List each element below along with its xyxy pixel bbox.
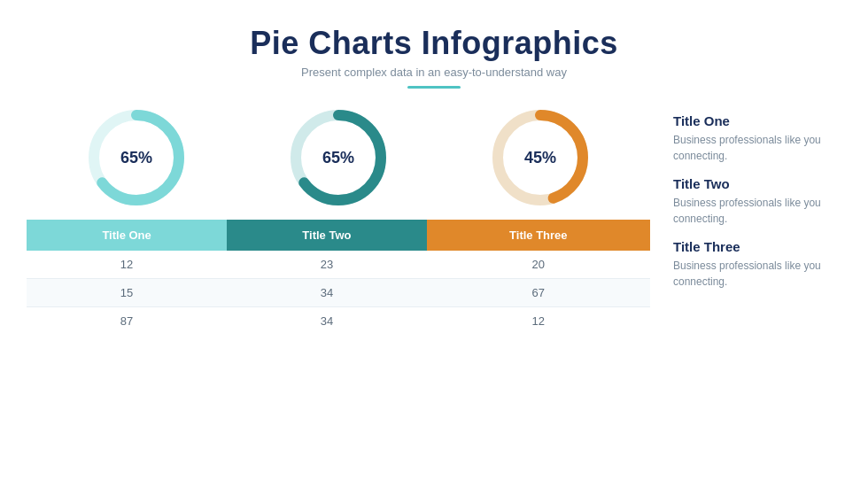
sidebar-item-three: Title Three Business professionals like … (673, 239, 841, 290)
table-cell-r0c2: 20 (427, 251, 650, 279)
table-header-row: Title One Title Two Title Three (27, 220, 650, 251)
chart-two-label: 65% (322, 149, 354, 167)
main-title: Pie Charts Infographics (250, 25, 618, 62)
chart-one-label: 65% (120, 149, 152, 167)
sidebar-item-two: Title Two Business professionals like yo… (673, 176, 841, 227)
table-cell-r2c2: 12 (427, 307, 650, 336)
table-cell-r1c0: 15 (27, 279, 227, 307)
table-row: 873412 (27, 307, 650, 336)
table-cell-r1c1: 34 (227, 279, 427, 307)
left-content: 65% 65% (27, 105, 650, 470)
chart-one-container: 65% (83, 105, 190, 211)
table-cell-r2c1: 34 (227, 307, 427, 336)
table-row: 153467 (27, 279, 650, 307)
page: Pie Charts Infographics Present complex … (0, 0, 868, 488)
sidebar-title-one: Title One (673, 113, 841, 128)
donut-chart-three: 45% (487, 105, 593, 211)
content-area: 65% 65% (27, 105, 841, 470)
charts-row: 65% 65% (27, 105, 650, 211)
sidebar-desc-three: Business professionals like you connecti… (673, 258, 841, 290)
table-cell-r0c1: 23 (227, 251, 427, 279)
divider (407, 86, 461, 89)
table-cell-r2c0: 87 (27, 307, 227, 336)
header: Pie Charts Infographics Present complex … (250, 25, 618, 89)
donut-chart-two: 65% (285, 105, 391, 211)
chart-three-label: 45% (524, 149, 556, 167)
col-header-three: Title Three (427, 220, 650, 251)
col-header-one: Title One (27, 220, 227, 251)
table-cell-r0c0: 12 (27, 251, 227, 279)
table-row: 122320 (27, 251, 650, 279)
right-sidebar: Title One Business professionals like yo… (664, 105, 841, 470)
col-header-two: Title Two (227, 220, 427, 251)
sidebar-item-one: Title One Business professionals like yo… (673, 113, 841, 164)
subtitle: Present complex data in an easy-to-under… (250, 66, 618, 79)
sidebar-title-three: Title Three (673, 239, 841, 254)
sidebar-desc-two: Business professionals like you connecti… (673, 195, 841, 227)
data-table: Title One Title Two Title Three 12232015… (27, 220, 650, 335)
donut-chart-one: 65% (83, 105, 190, 211)
table-cell-r1c2: 67 (427, 279, 650, 307)
chart-three-container: 45% (487, 105, 593, 211)
sidebar-desc-one: Business professionals like you connecti… (673, 132, 841, 164)
sidebar-title-two: Title Two (673, 176, 841, 191)
chart-two-container: 65% (285, 105, 391, 211)
